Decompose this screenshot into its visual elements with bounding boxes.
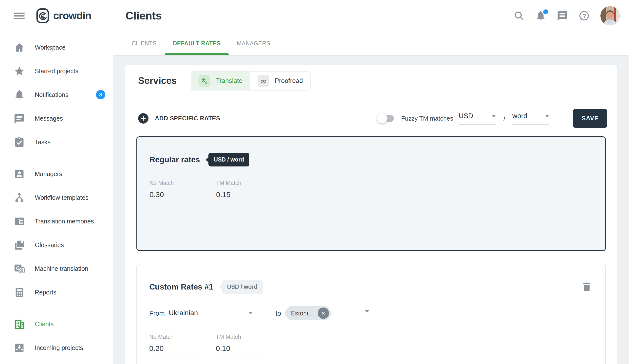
book-bookmark-icon	[14, 240, 25, 250]
target-language-select[interactable]: Estoni…	[285, 306, 369, 322]
page-title: Clients	[126, 10, 162, 22]
fuzzy-tm-label: Fuzzy TM matches	[401, 115, 453, 122]
reader-card-icon	[14, 216, 25, 227]
service-proofread[interactable]: Proofread	[250, 72, 310, 90]
sidebar-nav: Workspace Notifications Starred projects…	[0, 32, 113, 360]
regular-rates-title: Regular rates	[150, 155, 200, 164]
help-icon[interactable]: ?	[579, 10, 590, 21]
sidebar-item-clients[interactable]: Clients	[0, 312, 113, 336]
currency-select[interactable]: USD	[459, 112, 496, 125]
sidebar-item-workflow-templates[interactable]: Workflow templates	[0, 186, 113, 209]
sidebar-divider	[12, 308, 101, 308]
notifications-bell-icon[interactable]	[535, 10, 546, 21]
no-match-field: No Match 0.30	[150, 180, 199, 204]
notifications-count-badge: 3	[96, 90, 105, 99]
tab-bar: CLIENTS DEFAULT RATES MANAGERS	[113, 32, 629, 55]
header-icons: ?	[514, 6, 620, 25]
service-translate[interactable]: A Translate	[191, 72, 250, 90]
add-specific-rates-button[interactable]: ADD SPECIFIC RATES	[138, 113, 220, 123]
chevron-down-icon	[545, 115, 549, 118]
brand-name: crowdin	[53, 10, 91, 22]
tm-match-input[interactable]: 0.15	[216, 190, 265, 204]
save-button[interactable]: SAVE	[573, 109, 607, 128]
trash-icon	[581, 281, 593, 292]
tm-match-input[interactable]: 0.10	[216, 344, 265, 358]
sidebar-item-incoming-projects[interactable]: Incoming projects	[0, 336, 113, 360]
toolbar-right: Fuzzy TM matches USD / word SAVE	[379, 109, 607, 128]
services-row: Services A Translate Proofread	[125, 65, 617, 97]
header-top: Clients ?	[113, 0, 629, 32]
remove-language-button[interactable]	[318, 308, 329, 319]
sidebar-item-reports[interactable]: Reports	[0, 280, 113, 304]
messages-icon[interactable]	[557, 10, 568, 21]
service-proofread-label: Proofread	[275, 77, 303, 85]
custom-rates-title: Custom Rates #1	[149, 282, 213, 291]
chevron-down-icon	[492, 115, 496, 118]
target-language-chip[interactable]: Estoni…	[285, 306, 331, 320]
menu-icon[interactable]	[14, 11, 25, 21]
unit-select[interactable]: word	[512, 112, 549, 125]
custom-rates-title-row: Custom Rates #1 USD / word	[149, 280, 593, 294]
custom-rates-card: Custom Rates #1 USD / word From Ukrainia…	[136, 264, 606, 364]
content-panel: Services A Translate Proofread	[125, 65, 617, 364]
sidebar-item-tasks[interactable]: Tasks	[0, 130, 113, 154]
from-label: From	[149, 310, 165, 322]
no-match-input[interactable]: 0.20	[149, 344, 199, 358]
speech-bubble-icon	[14, 113, 25, 124]
sidebar-item-translation-memories[interactable]: Translation memories	[0, 209, 113, 233]
sidebar-item-workspace[interactable]: Workspace	[0, 35, 113, 59]
bell-icon	[14, 89, 25, 100]
rates-toolbar: ADD SPECIFIC RATES Fuzzy TM matches USD …	[125, 106, 617, 131]
chevron-down-icon	[365, 310, 369, 313]
fuzzy-tm-toggle[interactable]	[379, 115, 394, 122]
sidebar-item-machine-translation[interactable]: G Machine translation	[0, 257, 113, 280]
no-match-field: No Match 0.20	[149, 334, 199, 358]
tab-clients[interactable]: CLIENTS	[124, 32, 165, 55]
home-icon	[14, 42, 25, 53]
custom-rates-unit-badge: USD / word	[222, 280, 263, 294]
regular-rates-title-row: Regular rates USD / word	[150, 153, 593, 166]
language-pair-row: From Ukrainian to Estoni…	[149, 305, 593, 322]
tm-match-field: TM Match 0.15	[216, 180, 265, 204]
sidebar-item-glossaries[interactable]: Glossaries	[0, 233, 113, 257]
service-switcher: A Translate Proofread	[191, 71, 311, 91]
calculator-icon	[14, 287, 25, 298]
logo-row: crowdin	[0, 0, 113, 32]
service-translate-label: Translate	[216, 77, 242, 85]
unread-dot	[543, 9, 548, 14]
search-icon[interactable]	[514, 10, 524, 21]
star-icon	[14, 66, 25, 77]
close-icon	[321, 310, 326, 316]
to-label: to	[276, 310, 281, 322]
custom-rates-fields: No Match 0.20 TM Match 0.10	[149, 334, 593, 358]
main-area: Services A Translate Proofread	[113, 55, 629, 364]
avatar[interactable]	[600, 6, 620, 25]
source-language-select[interactable]: Ukrainian	[169, 309, 253, 322]
chevron-down-icon	[248, 312, 253, 314]
delete-rates-button[interactable]	[581, 281, 593, 292]
no-match-input[interactable]: 0.30	[150, 190, 199, 204]
svg-text:?: ?	[583, 12, 586, 19]
g-translate-icon: G	[14, 263, 25, 274]
tab-managers[interactable]: MANAGERS	[229, 32, 279, 55]
clipboard-check-icon	[14, 137, 25, 148]
regular-rates-card: Regular rates USD / word No Match 0.30 T…	[136, 136, 606, 251]
sidebar-item-messages[interactable]: Messages	[0, 107, 113, 130]
sidebar: crowdin Workspace Notifications Starred …	[0, 0, 113, 364]
regular-rates-unit-badge: USD / word	[208, 153, 250, 166]
workflow-tree-icon	[14, 192, 25, 203]
crowdin-logo-icon[interactable]	[36, 8, 49, 23]
sidebar-item-notifications[interactable]: Notifications 3	[0, 83, 113, 107]
person-badge-icon	[14, 168, 25, 180]
sidebar-item-starred-projects[interactable]: Notifications Starred projects	[0, 59, 113, 83]
services-heading: Services	[138, 75, 177, 86]
sidebar-divider	[12, 158, 101, 158]
inbox-arrow-down-icon	[14, 342, 25, 353]
header: Clients ? CLIENTS DEFAULT RATES MANAGERS	[113, 0, 629, 55]
svg-text:A: A	[205, 81, 207, 84]
regular-rates-fields: No Match 0.30 TM Match 0.15	[150, 180, 593, 204]
building-icon	[14, 319, 25, 330]
sidebar-item-managers[interactable]: Managers	[0, 162, 113, 186]
glasses-icon	[258, 75, 269, 87]
tab-default-rates[interactable]: DEFAULT RATES	[165, 32, 229, 55]
